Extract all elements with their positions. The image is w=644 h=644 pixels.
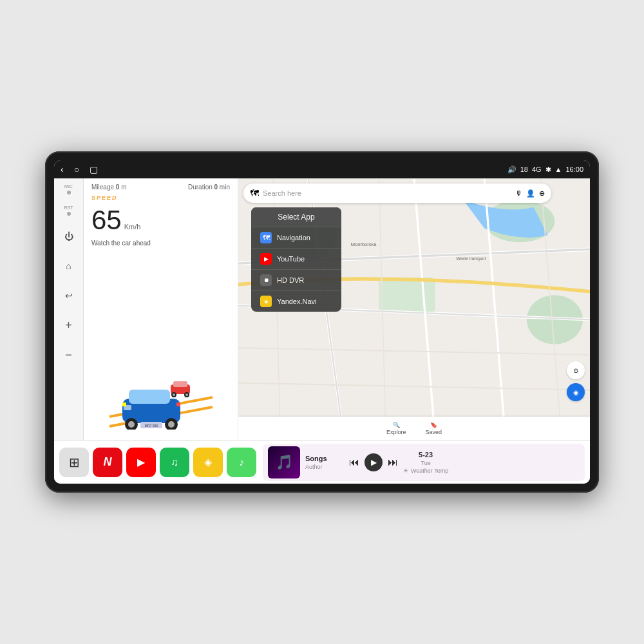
svg-text:Waste transport: Waste transport [457, 256, 486, 261]
music-player: 🎵 Songs Author ⏮ ▶ ⏭ 5-23 Tue ☀ Weather … [263, 444, 585, 481]
map-bottom-bar: 🔍 Explore 🔖 Saved [238, 417, 590, 440]
saved-label: Saved [425, 429, 442, 435]
music-artwork: 🎵 [268, 446, 300, 478]
carplay-button[interactable]: ♪ [227, 448, 256, 477]
svg-point-6 [173, 393, 175, 396]
svg-point-7 [185, 393, 188, 396]
svg-point-13 [168, 421, 175, 428]
car-illustration: MR7 000 [91, 251, 230, 435]
svg-point-12 [128, 421, 135, 428]
nav-item-navigation[interactable]: 🗺 Navigation [251, 227, 341, 248]
left-sidebar: MIC RST ⏻ ⌂ ↩ + − [54, 178, 84, 440]
voice-search-icon[interactable]: 🎙 [515, 189, 522, 197]
map-scope-button[interactable]: ⊙ [567, 361, 585, 379]
nav-buttons: ‹ ○ ▢ [61, 164, 98, 175]
speed-warning: Watch the car ahead [91, 240, 230, 247]
map-location-button[interactable]: ◉ [567, 383, 585, 401]
nav-item-youtube[interactable]: ▶ YouTube [251, 248, 341, 269]
vol-up-button[interactable]: + [59, 315, 79, 336]
wifi-icon: ▲ [555, 166, 562, 173]
mileage-row: Mileage 0 m Duration 0 min [91, 184, 230, 191]
mic-label: MIC [64, 184, 73, 196]
youtube-label: YouTube [277, 255, 305, 263]
status-bar: ‹ ○ ▢ 🔊 18 4G ✱ ▲ 16:00 [54, 160, 590, 178]
youtube-dropdown-icon: ▶ [260, 253, 272, 265]
power-button[interactable]: ⏻ [59, 226, 79, 247]
speed-unit: Km/h [124, 223, 141, 231]
map-search-actions: 🎙 👤 ⊕ [515, 189, 545, 198]
next-button[interactable]: ⏭ [388, 457, 398, 468]
svg-rect-16 [176, 402, 180, 406]
duration-label: Duration 0 min [188, 184, 230, 191]
main-content: MIC RST ⏻ ⌂ ↩ + − Mileage 0 m Duration 0… [54, 178, 590, 440]
hddvr-label: HD DVR [277, 276, 304, 284]
rst-label: RST [64, 205, 73, 217]
google-maps-icon: 🗺 [250, 188, 259, 198]
spotify-button[interactable]: ♫ [160, 448, 189, 477]
network-type: 4G [532, 166, 542, 173]
recents-button[interactable]: ▢ [90, 164, 98, 175]
nav-item-hddvr[interactable]: ⏺ HD DVR [251, 269, 341, 290]
map-controls: ⊙ ◉ [567, 361, 585, 401]
svg-text:MR7 000: MR7 000 [144, 424, 158, 428]
explore-button[interactable]: 🔍 Explore [386, 422, 406, 435]
date: 5-23 [419, 451, 433, 459]
account-icon[interactable]: 👤 [526, 189, 535, 198]
clock: 16:00 [565, 166, 583, 173]
weather-row: ☀ Weather Temp [403, 468, 448, 474]
car-svg: MR7 000 [97, 346, 225, 430]
dashboard-panel: Mileage 0 m Duration 0 min SPEED 65 Km/h… [84, 178, 238, 440]
prev-button[interactable]: ⏮ [349, 457, 359, 468]
apps-grid-button[interactable]: ⊞ [59, 448, 89, 477]
youtube-button[interactable]: ▶ [126, 448, 156, 477]
hddvr-icon: ⏺ [260, 274, 272, 286]
back-sidebar-button[interactable]: ↩ [59, 285, 79, 306]
svg-rect-15 [122, 402, 126, 406]
svg-rect-9 [129, 390, 170, 404]
explore-icon: 🔍 [393, 422, 400, 428]
device-screen: ‹ ○ ▢ 🔊 18 4G ✱ ▲ 16:00 MIC [54, 160, 590, 484]
svg-rect-3 [173, 381, 187, 387]
home-button[interactable]: ○ [74, 164, 79, 175]
nav-item-yandex[interactable]: ◈ Yandex.Navi [251, 290, 341, 312]
status-indicators: 🔊 18 4G ✱ ▲ 16:00 [507, 166, 583, 174]
map-search-bar[interactable]: 🗺 Search here 🎙 👤 ⊕ [243, 184, 551, 203]
explore-label: Explore [386, 429, 406, 435]
car-head-unit: ‹ ○ ▢ 🔊 18 4G ✱ ▲ 16:00 MIC [45, 151, 599, 493]
layers-icon[interactable]: ⊕ [539, 189, 545, 198]
navigation-label: Navigation [277, 234, 310, 242]
music-controls: ⏮ ▶ ⏭ [349, 453, 398, 471]
weather-label: Weather Temp [411, 468, 448, 474]
music-artist: Author [305, 464, 344, 470]
select-app-title: Select App [251, 207, 341, 227]
select-app-dropdown: Select App 🗺 Navigation ▶ YouTube ⏺ HD D… [251, 207, 341, 312]
search-placeholder[interactable]: Search here [263, 189, 511, 197]
svg-rect-22 [379, 278, 435, 313]
yandex-label: Yandex.Navi [277, 298, 317, 305]
vol-down-button[interactable]: − [59, 345, 79, 365]
yandex-icon: ◈ [260, 296, 272, 307]
saved-button[interactable]: 🔖 Saved [425, 422, 442, 435]
back-button[interactable]: ‹ [61, 164, 64, 175]
home-sidebar-button[interactable]: ⌂ [59, 256, 79, 276]
music-title: Songs [305, 455, 344, 462]
netflix-button[interactable]: N [93, 448, 122, 477]
date-weather: 5-23 Tue ☀ Weather Temp [403, 451, 448, 474]
mileage-label: Mileage 0 m [91, 184, 126, 191]
music-info: Songs Author [305, 455, 344, 470]
volume-icon: 🔊 [507, 166, 516, 174]
map-area[interactable]: Janska cesta Monthorska Waste transport … [238, 178, 590, 440]
svg-text:Monthorska: Monthorska [351, 242, 377, 247]
speed-value: 65 [91, 205, 122, 236]
speed-brand: SPEED [91, 194, 230, 201]
speed-display: 65 Km/h [91, 205, 230, 236]
weather-icon: ☀ [403, 468, 408, 474]
saved-icon: 🔖 [430, 422, 437, 428]
day: Tue [421, 460, 431, 466]
bluetooth-icon: ✱ [545, 166, 551, 174]
play-button[interactable]: ▶ [365, 453, 383, 471]
signal-strength: 18 [520, 166, 528, 173]
navigation-icon: 🗺 [260, 232, 272, 243]
taskbar: ⊞ N ▶ ♫ ◈ ♪ 🎵 Songs Author ⏮ ▶ ⏭ 5-23 [54, 440, 590, 484]
maps-button[interactable]: ◈ [193, 448, 223, 477]
